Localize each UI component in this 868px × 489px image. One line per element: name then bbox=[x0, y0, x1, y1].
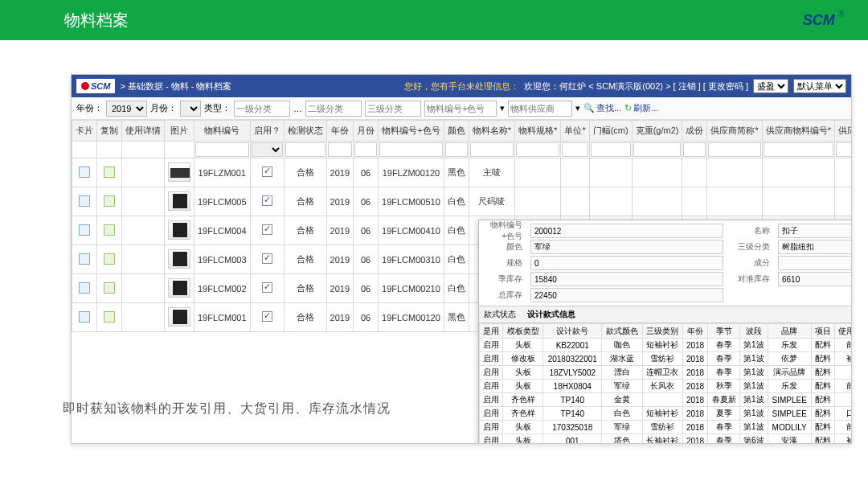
info-value bbox=[778, 256, 851, 270]
enabled-check[interactable] bbox=[262, 253, 272, 264]
grid-header[interactable]: 年份 bbox=[326, 121, 353, 142]
code-input[interactable] bbox=[424, 101, 497, 117]
grid-header[interactable]: 门幅(cm) bbox=[589, 121, 632, 142]
grid-filter[interactable] bbox=[285, 142, 326, 157]
grid-header[interactable]: 使用详情 bbox=[122, 121, 165, 142]
detail-row[interactable]: 启用修改板20180322001湖水蓝雪纺衫2018春季第1波依梦配料袖口12.… bbox=[480, 352, 852, 366]
grid-header[interactable]: 启用？ bbox=[250, 121, 284, 142]
copy-icon[interactable] bbox=[104, 311, 115, 323]
enabled-check[interactable] bbox=[262, 166, 272, 177]
search-link[interactable]: 🔍查找... bbox=[583, 102, 621, 114]
grid-filter[interactable] bbox=[195, 142, 249, 157]
info-value: 树脂纽扣 bbox=[778, 240, 851, 254]
thumbnail[interactable] bbox=[168, 191, 190, 211]
refresh-link[interactable]: ↻刷新... bbox=[624, 102, 658, 114]
detail-row[interactable]: 启用头板18ZVLY5002漂白连帽卫衣2018春季第1波演示品牌配料2.000 bbox=[480, 366, 852, 380]
company-select[interactable]: 盛盈 bbox=[753, 79, 788, 93]
detail-row[interactable]: 启用头板170325018军绿雪纺衫2018春季第1波MODLILY配料前中8.… bbox=[480, 421, 852, 434]
grid-filter[interactable] bbox=[516, 142, 559, 157]
info-label: 对准库存 bbox=[728, 272, 773, 286]
detail-row[interactable]: 启用头板KB22001咖色短袖衬衫2018春季第1波乐发配料前中10.000 bbox=[480, 339, 852, 352]
grid-filter[interactable] bbox=[252, 142, 283, 157]
grid-filter[interactable] bbox=[470, 142, 514, 157]
grid-header[interactable]: 供应商规格号 bbox=[835, 121, 852, 142]
info-label: 季库存 bbox=[484, 272, 526, 286]
detail-header: 年份 bbox=[682, 324, 707, 339]
grid-filter[interactable] bbox=[683, 142, 706, 157]
grid-filter[interactable] bbox=[445, 142, 468, 157]
slide-caption: 即时获知该物料的开发引用、大货引用、库存流水情况 bbox=[63, 401, 391, 417]
grid-header[interactable]: 物料编号+色号 bbox=[379, 121, 444, 142]
card-icon[interactable] bbox=[79, 166, 90, 178]
grid-header[interactable]: 供应商简称* bbox=[707, 121, 762, 142]
grid-header[interactable]: 成份 bbox=[682, 121, 707, 142]
detail-header: 三级类别 bbox=[642, 324, 682, 339]
grid-header[interactable]: 物料名称* bbox=[469, 121, 514, 142]
copy-icon[interactable] bbox=[104, 253, 115, 265]
copy-icon[interactable] bbox=[104, 166, 115, 178]
slide-banner: 物料档案 SCM ® bbox=[0, 0, 868, 40]
grid-header[interactable]: 单位* bbox=[561, 121, 589, 142]
grid-header[interactable]: 物料编号 bbox=[194, 121, 251, 142]
copy-icon[interactable] bbox=[104, 195, 115, 207]
detail-row[interactable]: 启用齐色样TP140白色短袖衬衫2018夏季第1波SIMPLEE配料口袋0.00… bbox=[480, 407, 852, 421]
tab-design-info[interactable]: 设计款式信息 bbox=[521, 306, 582, 323]
thumbnail[interactable] bbox=[168, 278, 190, 298]
thumbnail[interactable] bbox=[168, 220, 190, 240]
card-icon[interactable] bbox=[79, 224, 90, 236]
app-logo: SCM bbox=[76, 79, 115, 93]
thumbnail[interactable] bbox=[168, 307, 190, 327]
grid-filter[interactable] bbox=[764, 142, 833, 157]
enabled-check[interactable] bbox=[262, 224, 272, 235]
card-icon[interactable] bbox=[79, 282, 90, 294]
grid-header[interactable]: 月份 bbox=[354, 121, 379, 142]
cat2-input[interactable] bbox=[305, 101, 362, 117]
grid-filter[interactable] bbox=[836, 142, 851, 157]
grid-filter[interactable] bbox=[562, 142, 588, 157]
enabled-check[interactable] bbox=[262, 195, 272, 206]
slide-title: 物料档案 bbox=[64, 10, 129, 31]
grid-header[interactable]: 图片 bbox=[165, 121, 194, 142]
enabled-check[interactable] bbox=[262, 282, 272, 293]
grid-filter[interactable] bbox=[591, 142, 631, 157]
detail-row[interactable]: 启用头板18HX0804军绿长风衣2018秋季第1波乐发配料前胸8.000 bbox=[480, 380, 852, 393]
year-select[interactable]: 2019 bbox=[106, 101, 147, 117]
info-value: 扣子 bbox=[778, 224, 851, 238]
grid-filter[interactable] bbox=[354, 142, 377, 157]
grid-filter[interactable] bbox=[633, 142, 682, 157]
detail-row[interactable]: 启用头板001塔色长袖衬衫2018春季第6波安溪配料袖口6.000 bbox=[480, 434, 852, 444]
thumbnail[interactable] bbox=[168, 162, 190, 182]
grid-filter[interactable] bbox=[708, 142, 760, 157]
grid-header[interactable]: 物料规格* bbox=[515, 121, 561, 142]
info-value: 军绿 bbox=[530, 240, 723, 254]
grid-header[interactable]: 克重(g/m2) bbox=[632, 121, 682, 142]
card-icon[interactable] bbox=[79, 311, 90, 323]
copy-icon[interactable] bbox=[104, 282, 115, 294]
thumbnail[interactable] bbox=[168, 249, 190, 269]
grid-header[interactable]: 检测状态 bbox=[284, 121, 326, 142]
detail-row[interactable]: 启用齐色样TP140金黄2018春夏新第1波SIMPLEE配料8.000 bbox=[480, 393, 852, 407]
cat1-input[interactable] bbox=[234, 101, 290, 117]
supplier-input[interactable] bbox=[508, 101, 572, 117]
grid-header[interactable]: 卡片 bbox=[72, 121, 97, 142]
menu-select[interactable]: 默认菜单 bbox=[793, 79, 846, 93]
copy-icon[interactable] bbox=[104, 224, 115, 236]
grid-header[interactable]: 颜色 bbox=[444, 121, 469, 142]
info-value: 15840 bbox=[530, 272, 723, 286]
grid-header[interactable]: 供应商物料编号* bbox=[762, 121, 834, 142]
detail-header: 模板类型 bbox=[502, 324, 542, 339]
card-icon[interactable] bbox=[79, 195, 90, 207]
cat3-input[interactable] bbox=[365, 101, 421, 117]
table-row[interactable]: 19FLZM001合格20190619FLZM00120黑色主唛 bbox=[72, 158, 852, 187]
enabled-check[interactable] bbox=[262, 311, 272, 322]
card-icon[interactable] bbox=[79, 253, 90, 265]
grid-filter[interactable] bbox=[328, 142, 352, 157]
grid-header[interactable]: 复制 bbox=[97, 121, 122, 142]
info-value: 6610 bbox=[778, 272, 851, 286]
table-row[interactable]: 19FLCM005合格20190619FLCM00510白色尺码唛 bbox=[72, 187, 852, 216]
detail-header: 项目 bbox=[811, 324, 834, 339]
grid-filter[interactable] bbox=[379, 142, 443, 157]
info-value: 22450 bbox=[530, 288, 723, 302]
refresh-icon: ↻ bbox=[624, 103, 632, 113]
month-select[interactable] bbox=[180, 101, 201, 117]
